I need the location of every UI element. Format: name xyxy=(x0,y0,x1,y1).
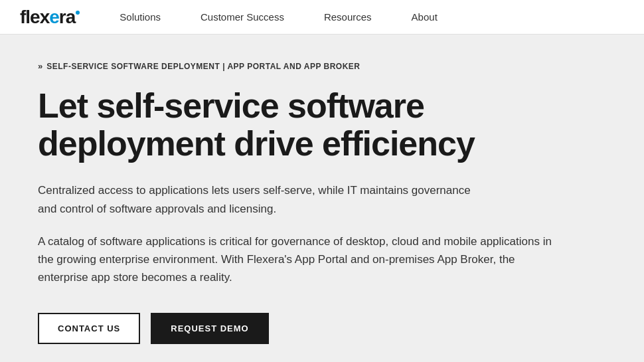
nav-item-about[interactable]: About xyxy=(412,11,438,23)
nav-item-solutions[interactable]: Solutions xyxy=(120,11,161,23)
logo-text-e: e xyxy=(49,7,59,27)
contact-us-button[interactable]: CONTACT US xyxy=(38,313,140,344)
main-nav: Solutions Customer Success Resources Abo… xyxy=(120,11,438,23)
request-demo-button[interactable]: REQUEST DEMO xyxy=(151,313,268,344)
breadcrumb-chevrons: » xyxy=(38,61,42,71)
main-content: » SELF-SERVICE SOFTWARE DEPLOYMENT | APP… xyxy=(0,35,644,362)
description-paragraph-2: A catalog of software applications is cr… xyxy=(38,232,556,287)
logo-dot xyxy=(76,11,80,15)
nav-item-resources[interactable]: Resources xyxy=(324,11,372,23)
breadcrumb-text: SELF-SERVICE SOFTWARE DEPLOYMENT | APP P… xyxy=(46,62,360,71)
logo[interactable]: flexera xyxy=(20,7,80,28)
logo-text-ra: ra xyxy=(59,7,75,27)
page-title: Let self-service software deployment dri… xyxy=(38,87,503,163)
cta-buttons: CONTACT US REQUEST DEMO xyxy=(38,313,606,344)
nav-item-customer-success[interactable]: Customer Success xyxy=(201,11,284,23)
header: flexera Solutions Customer Success Resou… xyxy=(0,0,644,35)
logo-text-flex: flex xyxy=(20,7,49,27)
description-paragraph-1: Centralized access to applications lets … xyxy=(38,181,489,217)
breadcrumb: » SELF-SERVICE SOFTWARE DEPLOYMENT | APP… xyxy=(38,61,606,71)
